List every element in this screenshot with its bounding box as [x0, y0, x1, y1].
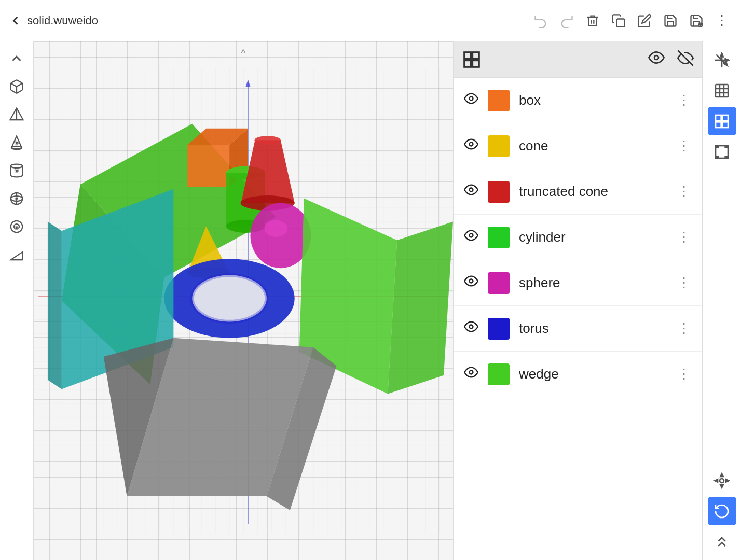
svg-marker-48 — [388, 221, 453, 394]
object-item-sphere[interactable]: sphere ⋮ — [454, 260, 702, 306]
svg-point-66 — [470, 371, 473, 374]
svg-point-61 — [470, 143, 473, 146]
cylinder-tool-button[interactable] — [4, 158, 30, 184]
object-item-box[interactable]: box ⋮ — [454, 78, 702, 123]
svg-rect-73 — [716, 85, 728, 97]
visibility-toggle-torus[interactable] — [464, 319, 478, 338]
object-item-cone[interactable]: cone ⋮ — [454, 123, 702, 169]
object-name-cone: cone — [519, 138, 668, 154]
svg-rect-54 — [464, 52, 471, 59]
back-button[interactable]: solid.wuweido — [8, 13, 98, 28]
app-title: solid.wuweido — [27, 14, 98, 27]
svg-point-40 — [255, 136, 281, 144]
color-cylinder — [488, 227, 510, 248]
object-name-sphere: sphere — [519, 275, 668, 291]
right-toolbar — [702, 41, 741, 560]
edit-button[interactable] — [633, 9, 656, 32]
svg-marker-87 — [726, 479, 729, 482]
more-options-torus[interactable]: ⋮ — [677, 320, 692, 337]
visibility-toggle-cone[interactable] — [464, 137, 478, 155]
more-options-box[interactable]: ⋮ — [677, 92, 692, 108]
layers-header-icon — [462, 50, 482, 69]
object-item-truncated-cone[interactable]: truncated cone ⋮ — [454, 169, 702, 215]
object-item-torus[interactable]: torus ⋮ — [454, 306, 702, 352]
svg-point-22 — [16, 228, 17, 229]
svg-point-60 — [470, 97, 473, 101]
more-menu-button[interactable]: ⋮ — [711, 12, 733, 29]
svg-point-64 — [470, 279, 473, 283]
more-options-wedge[interactable]: ⋮ — [677, 366, 692, 382]
color-cone — [488, 135, 510, 157]
snap-button[interactable] — [708, 527, 736, 556]
move-button[interactable] — [708, 466, 736, 495]
all-visible-toggle[interactable] — [648, 49, 665, 69]
visibility-toggle-wedge[interactable] — [464, 365, 478, 383]
svg-rect-31 — [187, 145, 229, 187]
visibility-toggle-box[interactable] — [464, 91, 478, 109]
3d-scene — [34, 41, 453, 560]
redo-button[interactable] — [555, 9, 578, 32]
svg-point-10 — [16, 142, 18, 144]
color-truncated-cone — [488, 181, 510, 203]
svg-rect-78 — [716, 115, 721, 121]
toolbar-actions: ⋮ — [529, 9, 733, 32]
visibility-toggle-sphere[interactable] — [464, 274, 478, 292]
canvas-area[interactable]: ^ — [34, 41, 453, 560]
wedge-tool-button[interactable] — [4, 242, 30, 268]
svg-point-63 — [470, 234, 473, 237]
svg-rect-56 — [464, 60, 471, 67]
color-sphere — [488, 272, 510, 294]
color-torus — [488, 318, 510, 340]
svg-point-58 — [654, 55, 658, 60]
svg-point-11 — [11, 164, 23, 169]
wireframe-button[interactable] — [708, 76, 736, 105]
object-name-cylinder: cylinder — [519, 229, 668, 245]
right-panel: box ⋮ cone ⋮ — [453, 41, 702, 560]
axes-button[interactable] — [708, 46, 736, 74]
svg-rect-55 — [473, 52, 479, 59]
svg-marker-50 — [48, 221, 62, 389]
all-hidden-toggle[interactable] — [677, 50, 694, 69]
svg-point-43 — [264, 220, 287, 237]
svg-marker-84 — [720, 473, 723, 476]
svg-rect-80 — [716, 122, 721, 128]
box-tool-button[interactable] — [4, 74, 30, 100]
svg-point-65 — [470, 325, 473, 329]
object-name-truncated-cone: truncated cone — [519, 184, 668, 200]
svg-point-62 — [470, 188, 473, 192]
color-box — [488, 90, 510, 111]
undo-button[interactable] — [529, 9, 552, 32]
object-item-cylinder[interactable]: cylinder ⋮ — [454, 215, 702, 260]
save-button[interactable] — [659, 9, 682, 32]
sphere-tool-button[interactable] — [4, 186, 30, 212]
duplicate-button[interactable] — [607, 9, 630, 32]
visibility-toggle-cylinder[interactable] — [464, 228, 478, 246]
object-name-wedge: wedge — [519, 366, 668, 382]
delete-button[interactable] — [581, 9, 604, 32]
object-list: box ⋮ cone ⋮ — [454, 78, 702, 560]
collapse-up-button[interactable] — [4, 46, 30, 72]
cone-tool-button[interactable] — [4, 130, 30, 156]
svg-rect-57 — [473, 60, 479, 67]
layers-button[interactable] — [708, 107, 736, 135]
visibility-toggle-truncated-cone[interactable] — [464, 183, 478, 201]
more-options-sphere[interactable]: ⋮ — [677, 275, 692, 291]
svg-marker-86 — [715, 479, 718, 482]
frame-button[interactable] — [708, 137, 736, 166]
more-options-cylinder[interactable]: ⋮ — [677, 229, 692, 245]
pyramid-tool-button[interactable] — [4, 102, 30, 128]
main-content: ^ — [0, 41, 741, 560]
more-options-truncated-cone[interactable]: ⋮ — [677, 184, 692, 200]
more-options-cone[interactable]: ⋮ — [677, 138, 692, 154]
svg-rect-81 — [722, 122, 728, 128]
svg-point-18 — [16, 198, 17, 199]
object-item-wedge[interactable]: wedge ⋮ — [454, 352, 702, 397]
save-as-button[interactable] — [685, 9, 708, 32]
torus-tool-button[interactable] — [4, 214, 30, 240]
svg-marker-23 — [11, 252, 23, 260]
rotate-button[interactable] — [708, 497, 736, 525]
left-sidebar — [0, 41, 34, 560]
svg-marker-70 — [720, 53, 723, 57]
object-name-torus: torus — [519, 320, 668, 337]
svg-marker-85 — [720, 485, 723, 487]
